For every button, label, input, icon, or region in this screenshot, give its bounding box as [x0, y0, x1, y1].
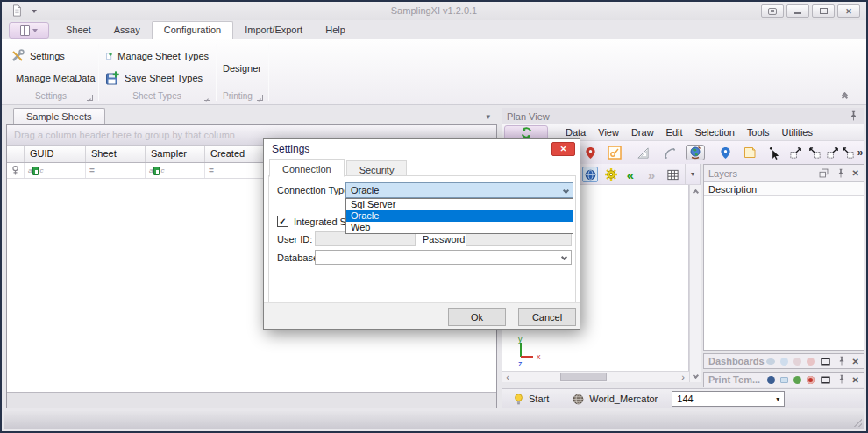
projection-globe-icon[interactable] — [572, 393, 585, 406]
layers-list[interactable] — [704, 196, 864, 350]
edit-filter-icon[interactable] — [7, 163, 25, 178]
world-icon-small[interactable] — [767, 376, 775, 384]
connection-type-combobox[interactable]: Oracle — [345, 182, 573, 198]
arc-measure-icon[interactable] — [661, 145, 677, 160]
export-icon-small[interactable] — [793, 376, 801, 384]
dialog-launcher-icon[interactable] — [87, 95, 93, 101]
restore-icon[interactable] — [818, 167, 829, 179]
grid-view-icon[interactable] — [665, 167, 680, 182]
column-header-guid[interactable]: GUID — [25, 146, 86, 162]
close-icon[interactable]: ✕ — [852, 168, 859, 178]
scrollbar-thumb[interactable] — [560, 373, 607, 381]
dashboards-panel-header[interactable]: Dashboards ✕ — [703, 353, 864, 369]
menu-draw[interactable]: Draw — [625, 127, 660, 138]
scroll-up-icon[interactable] — [690, 187, 701, 197]
close-icon[interactable]: ✕ — [852, 357, 859, 366]
manage-metadata-button[interactable]: Manage MetaData — [7, 67, 95, 89]
maximize-icon[interactable] — [820, 374, 831, 386]
zoom-combobox[interactable]: 144 ▾ — [672, 391, 785, 407]
database-combobox[interactable] — [315, 250, 572, 265]
lightbulb-icon[interactable] — [512, 393, 525, 406]
toolbar-overflow-icon[interactable]: » — [852, 145, 868, 160]
manage-sheet-types-button[interactable]: Manage Sheet Types — [102, 45, 212, 67]
dialog-tab-connection[interactable]: Connection — [269, 159, 345, 177]
dialog-launcher-icon[interactable] — [204, 95, 210, 101]
next-icon[interactable]: » — [644, 167, 659, 182]
select-cursor-icon[interactable] — [766, 145, 782, 160]
filter-cell-sampler[interactable]: ac — [146, 163, 205, 178]
column-header-sheet[interactable]: Sheet — [86, 146, 146, 162]
refresh-swirl-icon — [520, 126, 533, 139]
combo-dropdown-icon[interactable]: ▾ — [776, 395, 779, 403]
previous-icon[interactable]: « — [623, 167, 638, 182]
start-button[interactable]: Start — [529, 394, 549, 404]
save-sheet-types-button[interactable]: Save Sheet Types — [102, 67, 212, 89]
transform-rotate-icon[interactable] — [807, 145, 822, 160]
menu-selection[interactable]: Selection — [689, 127, 741, 138]
select-shape-icon[interactable] — [607, 145, 623, 160]
maximize-button[interactable] — [812, 4, 835, 18]
map-vertical-scrollbar[interactable] — [689, 185, 701, 382]
layers-column-description[interactable]: Description — [704, 181, 864, 196]
option-sql-server[interactable]: Sql Server — [346, 199, 573, 210]
map-horizontal-scrollbar[interactable]: ‹ › — [502, 371, 689, 382]
tab-import-export[interactable]: Import/Export — [233, 21, 314, 39]
tab-help[interactable]: Help — [314, 21, 357, 39]
cancel-button[interactable]: Cancel — [518, 308, 576, 326]
pin-icon[interactable] — [836, 356, 847, 366]
map-app-button[interactable] — [504, 125, 548, 140]
pin-icon[interactable] — [848, 110, 859, 122]
blue-pin-icon[interactable] — [717, 145, 733, 160]
close-icon[interactable]: ✕ — [852, 375, 859, 385]
scroll-left-icon[interactable]: ‹ — [502, 372, 513, 382]
ok-button[interactable]: Ok — [448, 308, 506, 326]
page-icon-small[interactable] — [780, 377, 788, 383]
column-header-sampler[interactable]: Sampler — [146, 146, 205, 162]
ribbon-collapse-button[interactable] — [843, 93, 847, 100]
red-pin-icon[interactable] — [582, 145, 598, 160]
scroll-down-icon[interactable] — [690, 370, 701, 380]
globe-tool-icon[interactable] — [686, 145, 705, 160]
menu-view[interactable]: View — [592, 127, 625, 138]
panel-dropdown-icon[interactable]: ▾ — [486, 112, 490, 121]
combo-chevron-icon — [561, 254, 567, 260]
menu-data[interactable]: Data — [559, 127, 592, 138]
dialog-close-button[interactable]: ✕ — [551, 142, 575, 156]
ruler-icon[interactable] — [635, 145, 651, 160]
record-icon[interactable] — [807, 376, 815, 384]
minimize-button[interactable] — [786, 4, 809, 18]
transform-scale-icon[interactable] — [824, 145, 840, 160]
pin-icon[interactable] — [836, 374, 847, 385]
settings-button[interactable]: Settings — [7, 45, 95, 67]
note-icon[interactable] — [742, 145, 758, 160]
menu-tools[interactable]: Tools — [741, 127, 776, 138]
print-templates-panel-header[interactable]: Print Tem... ✕ — [703, 372, 864, 387]
menu-utilities[interactable]: Utilities — [776, 127, 819, 138]
option-web[interactable]: Web — [346, 222, 573, 233]
fullscreen-button[interactable] — [761, 4, 784, 18]
toolbar-dropdown-icon[interactable]: ▾ — [685, 164, 700, 184]
maximize-icon[interactable] — [820, 356, 831, 367]
filter-cell-guid[interactable]: ac — [25, 163, 86, 178]
filter-cell-sheet[interactable]: = — [86, 163, 146, 178]
tab-sheet[interactable]: Sheet — [54, 21, 103, 39]
designer-button[interactable]: Designer — [219, 57, 265, 79]
scroll-right-icon[interactable]: › — [678, 372, 688, 382]
application-menu-button[interactable] — [9, 22, 49, 39]
gear-icon[interactable] — [603, 167, 619, 182]
tab-configuration[interactable]: Configuration — [152, 21, 233, 39]
dialog-launcher-icon[interactable] — [257, 95, 263, 101]
resize-grip[interactable] — [853, 418, 862, 427]
tab-assay[interactable]: Assay — [103, 21, 152, 39]
close-button[interactable]: ✕ — [837, 4, 860, 18]
menu-edit[interactable]: Edit — [660, 127, 689, 138]
column-header-created[interactable]: Created — [205, 146, 267, 162]
filter-cell-created[interactable]: = — [205, 163, 267, 178]
tab-sample-sheets[interactable]: Sample Sheets — [13, 108, 105, 124]
dialog-tab-security[interactable]: Security — [346, 160, 408, 176]
world-view-icon[interactable] — [582, 167, 598, 182]
transform-ne-icon[interactable] — [787, 145, 803, 160]
projection-label[interactable]: World_Mercator — [589, 394, 658, 404]
option-oracle[interactable]: Oracle — [346, 210, 573, 222]
pin-icon[interactable] — [836, 168, 846, 179]
